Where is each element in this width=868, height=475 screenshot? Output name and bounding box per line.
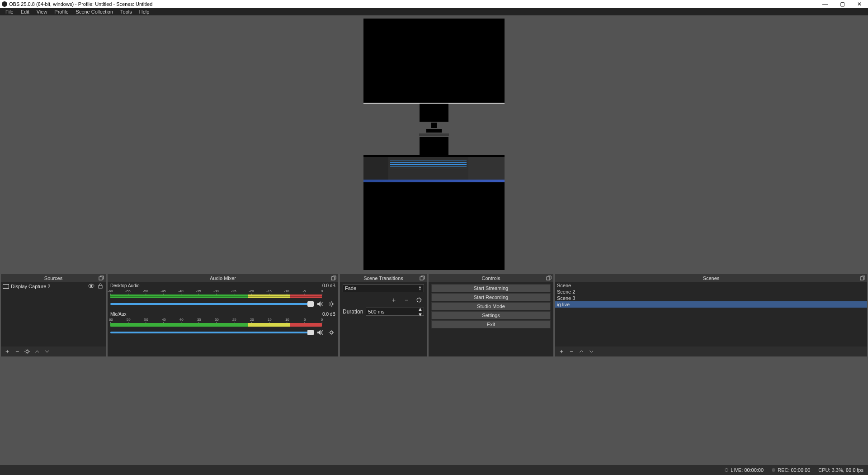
scene-item[interactable]: ig live (555, 301, 867, 308)
close-button[interactable]: ✕ (855, 1, 863, 7)
scale-tick: -15 (266, 318, 272, 322)
maximize-button[interactable]: ▢ (838, 1, 846, 7)
remove-source-button[interactable]: − (14, 348, 21, 355)
svg-rect-8 (420, 277, 423, 280)
add-transition-button[interactable]: + (390, 296, 398, 304)
dropdown-spinner-icon[interactable]: ▲▼ (417, 285, 423, 292)
source-label: Display Capture 2 (11, 284, 86, 289)
slider-thumb[interactable] (307, 301, 314, 307)
popout-icon[interactable] (331, 276, 336, 281)
transition-current: Fade (345, 285, 356, 291)
menu-help[interactable]: Help (136, 9, 153, 14)
dock-scenes-header[interactable]: Scenes (555, 274, 867, 282)
spinner-icon[interactable]: ▲▼ (418, 306, 423, 317)
popout-icon[interactable] (546, 276, 552, 281)
live-indicator-icon (725, 468, 728, 472)
scale-tick: -45 (160, 318, 166, 322)
dock-scene-transitions: Scene Transitions Fade ▲▼ + − Duration 5… (340, 274, 427, 356)
popout-icon[interactable] (860, 276, 865, 281)
studio-mode-button[interactable]: Studio Mode (431, 302, 551, 310)
dock-scenes-title: Scenes (703, 276, 720, 281)
dock-transitions-header[interactable]: Scene Transitions (340, 274, 427, 282)
scale-tick: -50 (143, 318, 148, 322)
popout-icon[interactable] (99, 276, 104, 281)
live-time: 00:00:00 (744, 467, 764, 473)
channel-settings-button[interactable] (327, 300, 335, 308)
scale-tick: -15 (266, 289, 272, 293)
sources-toolbar: + − (1, 347, 106, 356)
dock-audio-mixer: Audio Mixer Desktop Audio0.0 dB-60-55-50… (108, 274, 338, 356)
dock-sources: Sources Display Capture 2 + − (1, 274, 106, 356)
remove-scene-button[interactable]: − (568, 348, 575, 355)
add-scene-button[interactable]: + (558, 348, 565, 355)
minimize-button[interactable]: — (821, 1, 829, 7)
audio-channel: Desktop Audio0.0 dB-60-55-50-45-40-35-30… (108, 282, 338, 311)
popout-icon[interactable] (420, 276, 425, 281)
scale-tick: -60 (108, 318, 113, 322)
menu-profile[interactable]: Profile (51, 9, 72, 14)
add-source-button[interactable]: + (4, 348, 11, 355)
move-scene-up-button[interactable] (578, 348, 585, 355)
svg-rect-11 (860, 277, 863, 280)
channel-name: Desktop Audio (110, 283, 140, 288)
scene-item[interactable]: Scene 2 (555, 289, 867, 295)
svg-point-4 (26, 350, 28, 353)
duration-label: Duration (343, 309, 363, 315)
scale-tick: -35 (196, 289, 201, 293)
volume-slider[interactable] (110, 332, 314, 333)
move-source-up-button[interactable] (33, 348, 41, 355)
remove-transition-button[interactable]: − (402, 296, 410, 304)
transition-select[interactable]: Fade ▲▼ (343, 284, 424, 292)
visibility-toggle-icon[interactable] (88, 283, 95, 290)
obs-logo-icon (2, 1, 7, 7)
rec-label: REC: (778, 467, 789, 473)
move-source-down-button[interactable] (43, 348, 51, 355)
empty-space (0, 357, 868, 465)
scale-tick: -60 (108, 289, 113, 293)
lock-toggle-icon[interactable] (97, 283, 104, 290)
scale-tick: -25 (231, 318, 236, 322)
monitor-icon (3, 284, 9, 289)
preview-canvas[interactable] (363, 19, 505, 270)
rec-status: REC: 00:00:00 (772, 467, 810, 473)
dock-controls-title: Controls (482, 276, 500, 281)
preview-area[interactable] (0, 15, 868, 273)
scale-tick: -55 (125, 318, 131, 322)
exit-button[interactable]: Exit (431, 320, 551, 328)
menu-tools[interactable]: Tools (117, 9, 136, 14)
start-streaming-button[interactable]: Start Streaming (431, 284, 551, 292)
scene-item[interactable]: Scene 3 (555, 295, 867, 301)
channel-level: 0.0 dB (322, 283, 335, 288)
live-status: LIVE: 00:00:00 (725, 467, 764, 473)
slider-thumb[interactable] (307, 330, 314, 335)
svg-point-9 (418, 299, 420, 301)
menu-edit[interactable]: Edit (17, 9, 33, 14)
dock-mixer-header[interactable]: Audio Mixer (108, 274, 338, 282)
dock-scenes: Scenes SceneScene 2Scene 3ig live + − (555, 274, 867, 356)
dock-controls-header[interactable]: Controls (429, 274, 553, 282)
mute-button[interactable] (316, 300, 325, 308)
start-recording-button[interactable]: Start Recording (431, 293, 551, 301)
channel-settings-button[interactable] (327, 328, 335, 337)
scale-tick: -10 (284, 318, 289, 322)
dock-controls: Controls Start Streaming Start Recording… (429, 274, 553, 356)
source-item[interactable]: Display Capture 2 (1, 282, 106, 290)
menu-file[interactable]: File (2, 9, 17, 14)
mute-button[interactable] (316, 328, 325, 337)
svg-point-6 (330, 303, 333, 305)
move-scene-down-button[interactable] (588, 348, 595, 355)
settings-button[interactable]: Settings (431, 311, 551, 319)
scene-item[interactable]: Scene (555, 282, 867, 289)
scale-tick: -40 (178, 289, 184, 293)
dock-sources-header[interactable]: Sources (1, 274, 106, 282)
transition-properties-button[interactable] (415, 296, 423, 304)
volume-slider[interactable] (110, 303, 314, 305)
scale-tick: -55 (125, 289, 131, 293)
scale-tick: -5 (302, 289, 306, 293)
menu-view[interactable]: View (33, 9, 51, 14)
titlebar: OBS 25.0.8 (64-bit, windows) - Profile: … (0, 0, 868, 8)
duration-input[interactable]: 500 ms ▲▼ (366, 308, 424, 316)
menu-scene-collection[interactable]: Scene Collection (72, 9, 117, 14)
source-properties-button[interactable] (24, 348, 31, 355)
meter-bar (110, 294, 322, 298)
